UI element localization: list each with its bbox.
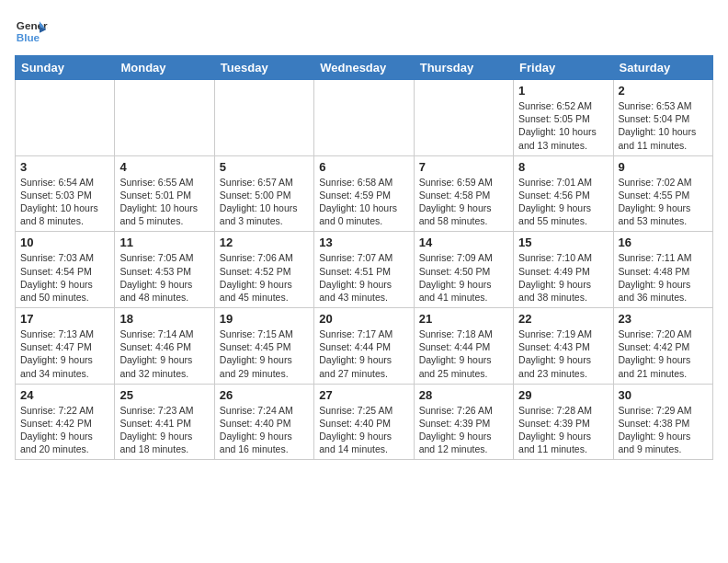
day-info: Sunrise: 7:11 AM Sunset: 4:48 PM Dayligh… <box>619 251 708 304</box>
calendar-day-cell: 1Sunrise: 6:52 AM Sunset: 5:05 PM Daylig… <box>514 80 613 156</box>
calendar-day-cell: 8Sunrise: 7:01 AM Sunset: 4:56 PM Daylig… <box>514 155 613 232</box>
page-header: General Blue <box>15 15 713 48</box>
calendar-day-cell: 11Sunrise: 7:05 AM Sunset: 4:53 PM Dayli… <box>115 232 214 308</box>
day-number: 3 <box>20 160 109 174</box>
weekday-header: Saturday <box>613 56 712 80</box>
day-number: 6 <box>319 160 408 174</box>
day-info: Sunrise: 6:59 AM Sunset: 4:58 PM Dayligh… <box>419 176 508 228</box>
weekday-header: Sunday <box>16 56 115 80</box>
calendar-day-cell: 6Sunrise: 6:58 AM Sunset: 4:59 PM Daylig… <box>314 155 414 232</box>
calendar-week-row: 1Sunrise: 6:52 AM Sunset: 5:05 PM Daylig… <box>16 80 713 156</box>
day-number: 7 <box>419 160 508 174</box>
calendar-day-cell: 9Sunrise: 7:02 AM Sunset: 4:55 PM Daylig… <box>613 155 712 232</box>
calendar-week-row: 17Sunrise: 7:13 AM Sunset: 4:47 PM Dayli… <box>16 308 713 385</box>
day-info: Sunrise: 7:07 AM Sunset: 4:51 PM Dayligh… <box>319 251 408 304</box>
day-info: Sunrise: 7:19 AM Sunset: 4:43 PM Dayligh… <box>518 327 608 380</box>
day-info: Sunrise: 7:25 AM Sunset: 4:40 PM Dayligh… <box>319 404 408 456</box>
day-number: 13 <box>319 236 408 249</box>
day-number: 18 <box>119 312 209 326</box>
calendar-day-cell: 4Sunrise: 6:55 AM Sunset: 5:01 PM Daylig… <box>115 155 214 232</box>
day-info: Sunrise: 7:18 AM Sunset: 4:44 PM Dayligh… <box>419 327 508 380</box>
calendar-day-cell: 18Sunrise: 7:14 AM Sunset: 4:46 PM Dayli… <box>115 308 214 385</box>
calendar-day-cell: 20Sunrise: 7:17 AM Sunset: 4:44 PM Dayli… <box>314 308 414 385</box>
calendar-week-row: 10Sunrise: 7:03 AM Sunset: 4:54 PM Dayli… <box>16 232 713 308</box>
day-number: 20 <box>319 312 408 326</box>
calendar-day-cell <box>214 80 313 156</box>
logo-icon: General Blue <box>15 15 48 48</box>
calendar-day-cell: 30Sunrise: 7:29 AM Sunset: 4:38 PM Dayli… <box>613 384 712 460</box>
day-number: 30 <box>619 388 708 402</box>
calendar-day-cell: 13Sunrise: 7:07 AM Sunset: 4:51 PM Dayli… <box>314 232 414 308</box>
day-info: Sunrise: 7:06 AM Sunset: 4:52 PM Dayligh… <box>220 251 309 304</box>
day-number: 12 <box>220 236 309 249</box>
logo: General Blue <box>15 15 48 48</box>
calendar-day-cell: 12Sunrise: 7:06 AM Sunset: 4:52 PM Dayli… <box>214 232 313 308</box>
calendar-day-cell: 22Sunrise: 7:19 AM Sunset: 4:43 PM Dayli… <box>514 308 613 385</box>
day-info: Sunrise: 6:54 AM Sunset: 5:03 PM Dayligh… <box>20 176 109 228</box>
calendar-day-cell: 23Sunrise: 7:20 AM Sunset: 4:42 PM Dayli… <box>613 308 712 385</box>
calendar-week-row: 3Sunrise: 6:54 AM Sunset: 5:03 PM Daylig… <box>16 155 713 232</box>
day-info: Sunrise: 6:55 AM Sunset: 5:01 PM Dayligh… <box>119 176 209 228</box>
calendar-day-cell: 29Sunrise: 7:28 AM Sunset: 4:39 PM Dayli… <box>514 384 613 460</box>
calendar-day-cell: 28Sunrise: 7:26 AM Sunset: 4:39 PM Dayli… <box>414 384 513 460</box>
calendar-day-cell: 14Sunrise: 7:09 AM Sunset: 4:50 PM Dayli… <box>414 232 513 308</box>
calendar-day-cell: 5Sunrise: 6:57 AM Sunset: 5:00 PM Daylig… <box>214 155 313 232</box>
calendar-day-cell <box>115 80 214 156</box>
day-info: Sunrise: 7:05 AM Sunset: 4:53 PM Dayligh… <box>119 251 209 304</box>
day-number: 1 <box>518 84 608 98</box>
day-number: 15 <box>518 236 608 249</box>
day-number: 8 <box>518 160 608 174</box>
weekday-header: Monday <box>115 56 214 80</box>
calendar-day-cell: 26Sunrise: 7:24 AM Sunset: 4:40 PM Dayli… <box>214 384 313 460</box>
calendar-header: SundayMondayTuesdayWednesdayThursdayFrid… <box>16 56 713 80</box>
day-number: 19 <box>220 312 309 326</box>
day-number: 10 <box>20 236 109 249</box>
day-number: 16 <box>619 236 708 249</box>
calendar-day-cell: 15Sunrise: 7:10 AM Sunset: 4:49 PM Dayli… <box>514 232 613 308</box>
day-number: 17 <box>20 312 109 326</box>
calendar-day-cell: 7Sunrise: 6:59 AM Sunset: 4:58 PM Daylig… <box>414 155 513 232</box>
day-info: Sunrise: 7:02 AM Sunset: 4:55 PM Dayligh… <box>619 176 708 228</box>
day-info: Sunrise: 7:23 AM Sunset: 4:41 PM Dayligh… <box>119 404 209 456</box>
day-info: Sunrise: 7:17 AM Sunset: 4:44 PM Dayligh… <box>319 327 408 380</box>
day-info: Sunrise: 7:13 AM Sunset: 4:47 PM Dayligh… <box>20 327 109 380</box>
weekday-header: Wednesday <box>314 56 414 80</box>
day-info: Sunrise: 7:03 AM Sunset: 4:54 PM Dayligh… <box>20 251 109 304</box>
svg-text:Blue: Blue <box>17 31 40 43</box>
calendar-week-row: 24Sunrise: 7:22 AM Sunset: 4:42 PM Dayli… <box>16 384 713 460</box>
day-info: Sunrise: 7:15 AM Sunset: 4:45 PM Dayligh… <box>220 327 309 380</box>
day-info: Sunrise: 6:58 AM Sunset: 4:59 PM Dayligh… <box>319 176 408 228</box>
calendar-day-cell: 21Sunrise: 7:18 AM Sunset: 4:44 PM Dayli… <box>414 308 513 385</box>
day-info: Sunrise: 6:52 AM Sunset: 5:05 PM Dayligh… <box>518 99 608 152</box>
day-number: 9 <box>619 160 708 174</box>
day-info: Sunrise: 7:24 AM Sunset: 4:40 PM Dayligh… <box>220 404 309 456</box>
day-number: 11 <box>119 236 209 249</box>
day-number: 26 <box>220 388 309 402</box>
day-number: 23 <box>619 312 708 326</box>
calendar-day-cell: 3Sunrise: 6:54 AM Sunset: 5:03 PM Daylig… <box>16 155 115 232</box>
day-info: Sunrise: 7:29 AM Sunset: 4:38 PM Dayligh… <box>619 404 708 456</box>
day-info: Sunrise: 7:10 AM Sunset: 4:49 PM Dayligh… <box>518 251 608 304</box>
weekday-header: Friday <box>514 56 613 80</box>
day-info: Sunrise: 6:57 AM Sunset: 5:00 PM Dayligh… <box>220 176 309 228</box>
calendar-day-cell <box>314 80 414 156</box>
day-info: Sunrise: 7:01 AM Sunset: 4:56 PM Dayligh… <box>518 176 608 228</box>
calendar-day-cell: 17Sunrise: 7:13 AM Sunset: 4:47 PM Dayli… <box>16 308 115 385</box>
day-info: Sunrise: 7:09 AM Sunset: 4:50 PM Dayligh… <box>419 251 508 304</box>
calendar-day-cell: 27Sunrise: 7:25 AM Sunset: 4:40 PM Dayli… <box>314 384 414 460</box>
calendar-day-cell <box>16 80 115 156</box>
day-number: 5 <box>220 160 309 174</box>
calendar-day-cell: 16Sunrise: 7:11 AM Sunset: 4:48 PM Dayli… <box>613 232 712 308</box>
weekday-header: Tuesday <box>214 56 313 80</box>
day-number: 24 <box>20 388 109 402</box>
day-info: Sunrise: 7:20 AM Sunset: 4:42 PM Dayligh… <box>619 327 708 380</box>
day-number: 28 <box>419 388 508 402</box>
day-number: 21 <box>419 312 508 326</box>
calendar-day-cell: 24Sunrise: 7:22 AM Sunset: 4:42 PM Dayli… <box>16 384 115 460</box>
calendar-day-cell: 19Sunrise: 7:15 AM Sunset: 4:45 PM Dayli… <box>214 308 313 385</box>
calendar-table: SundayMondayTuesdayWednesdayThursdayFrid… <box>15 55 713 460</box>
day-info: Sunrise: 7:22 AM Sunset: 4:42 PM Dayligh… <box>20 404 109 456</box>
day-number: 29 <box>518 388 608 402</box>
day-info: Sunrise: 7:28 AM Sunset: 4:39 PM Dayligh… <box>518 404 608 456</box>
day-number: 27 <box>319 388 408 402</box>
